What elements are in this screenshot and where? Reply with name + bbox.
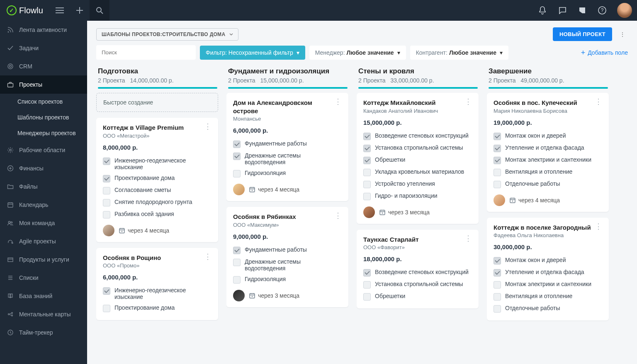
sidebar-sub-3-2[interactable]: Менеджеры проектов: [0, 125, 87, 141]
sidebar-item-4[interactable]: Рабочие области: [0, 141, 87, 159]
checkbox-icon[interactable]: [363, 281, 371, 289]
filter-chip-counterparty[interactable]: Контрагент: Любое значение ▾: [410, 46, 508, 60]
checkbox-icon[interactable]: [103, 187, 110, 194]
checkbox-icon[interactable]: [494, 145, 501, 152]
card-task[interactable]: Обрешетки: [363, 154, 472, 166]
card-task[interactable]: Разбивка осей здания: [103, 209, 212, 221]
project-card[interactable]: Дом на Александровском острове Монпансье…: [226, 93, 348, 201]
checkbox-icon[interactable]: [233, 141, 241, 148]
assignee-avatar[interactable]: [103, 225, 114, 236]
search-icon[interactable]: [90, 0, 109, 21]
checkbox-icon[interactable]: [233, 170, 241, 177]
card-task[interactable]: Инженерно-геодезическое изыскание: [103, 285, 212, 302]
sidebar-item-3[interactable]: Проекты: [0, 75, 87, 94]
checkbox-icon[interactable]: [233, 247, 241, 254]
checkbox-icon[interactable]: [363, 157, 371, 164]
breadcrumb-pill[interactable]: ШАБЛОНЫ ПРОЕКТОВ:СТРОИТЕЛЬСТВО ДОМА: [96, 28, 238, 41]
card-task[interactable]: Отделочные работы: [494, 303, 602, 315]
project-card[interactable]: Коттедж Михайловский Кандаков Анатолий И…: [357, 93, 479, 224]
card-task[interactable]: Монтаж окон и дверей: [494, 130, 602, 142]
notes-icon[interactable]: [572, 0, 592, 21]
card-task[interactable]: Гидро- и пароизоляции: [363, 190, 472, 202]
checkbox-icon[interactable]: [494, 269, 501, 277]
card-task[interactable]: Обрешетки: [363, 291, 472, 303]
sidebar-item-7[interactable]: Календарь: [0, 196, 87, 214]
due-date[interactable]: через 4 месяца: [509, 197, 560, 204]
card-task[interactable]: Монтаж электрики и сантехники: [494, 279, 602, 291]
card-task[interactable]: Вентиляция и отопление: [494, 166, 602, 178]
card-task[interactable]: Установка стропильной системы: [363, 142, 472, 154]
card-task[interactable]: Проектирование дома: [103, 302, 212, 314]
checkbox-icon[interactable]: [233, 276, 241, 284]
project-card[interactable]: Коттедж в поселке Загородный Фадеева Оль…: [487, 218, 609, 321]
checkbox-icon[interactable]: [494, 305, 501, 313]
card-more-icon[interactable]: ⋮: [204, 254, 212, 260]
checkbox-icon[interactable]: [103, 175, 110, 182]
sidebar-item-9[interactable]: Agile проекты: [0, 232, 87, 250]
card-task[interactable]: Фундаментные работы: [233, 138, 342, 150]
sidebar-sub-3-0[interactable]: Список проектов: [0, 94, 87, 109]
checkbox-icon[interactable]: [494, 169, 501, 176]
checkbox-icon[interactable]: [363, 181, 371, 188]
sidebar-item-0[interactable]: Лента активности: [0, 21, 87, 39]
card-task[interactable]: Возведение стеновых конструкций: [363, 130, 472, 142]
card-task[interactable]: Отделочные работы: [494, 178, 602, 190]
quick-create[interactable]: Быстрое создание: [96, 93, 218, 112]
sidebar-item-12[interactable]: База знаний: [0, 287, 87, 305]
chat-icon[interactable]: [552, 0, 572, 21]
card-task[interactable]: Укладка кровельных материалов: [363, 166, 472, 178]
card-task[interactable]: Гидроизоляция: [233, 274, 342, 286]
card-task[interactable]: Возведение стеновых конструкций: [363, 267, 472, 279]
card-more-icon[interactable]: ⋮: [204, 124, 212, 129]
sidebar-item-2[interactable]: CRM: [0, 57, 87, 75]
checkbox-icon[interactable]: [494, 293, 501, 301]
checkbox-icon[interactable]: [103, 305, 110, 312]
checkbox-icon[interactable]: [363, 145, 371, 152]
project-card[interactable]: Таунхас Старлайт ООО «Фаворит» ⋮ 18,000,…: [357, 230, 479, 309]
assignee-avatar[interactable]: [494, 194, 505, 206]
user-avatar[interactable]: [617, 3, 632, 18]
menu-toggle-icon[interactable]: [50, 0, 70, 21]
card-more-icon[interactable]: ⋮: [464, 99, 472, 104]
checkbox-icon[interactable]: [363, 269, 371, 277]
assignee-avatar[interactable]: [233, 290, 245, 301]
search-input[interactable]: [96, 45, 196, 60]
card-task[interactable]: Проектирование дома: [103, 172, 212, 184]
sidebar-item-13[interactable]: Ментальные карты: [0, 305, 87, 323]
due-date[interactable]: через 4 месяца: [119, 227, 169, 234]
bell-icon[interactable]: [532, 0, 552, 21]
card-task[interactable]: Утепление и отделка фасада: [494, 142, 602, 154]
project-card[interactable]: Особняк в Рощино ООО «Промо» ⋮ 6,000,000…: [96, 248, 218, 320]
card-more-icon[interactable]: ⋮: [595, 99, 602, 104]
filter-chip-manager[interactable]: Менеджер: Любое значение ▾: [309, 46, 406, 60]
new-project-button[interactable]: НОВЫЙ ПРОЕКТ: [553, 27, 612, 41]
checkbox-icon[interactable]: [103, 158, 110, 165]
due-date[interactable]: через 3 месяца: [249, 292, 299, 299]
card-task[interactable]: Установка стропильной системы: [363, 279, 472, 291]
card-task[interactable]: Дренажные системы водоотведения: [233, 150, 342, 167]
filter-chip-filter[interactable]: Фильтр: Несохраненный фильтр ▾: [200, 46, 305, 60]
card-more-icon[interactable]: ⋮: [464, 235, 472, 241]
sidebar-sub-3-1[interactable]: Шаблоны проектов: [0, 109, 87, 125]
sidebar-item-5[interactable]: Финансы: [0, 159, 87, 177]
card-task[interactable]: Согласование сметы: [103, 184, 212, 197]
card-task[interactable]: Гидроизоляция: [233, 167, 342, 180]
checkbox-icon[interactable]: [494, 157, 501, 164]
card-more-icon[interactable]: ⋮: [595, 223, 602, 229]
checkbox-icon[interactable]: [494, 181, 501, 188]
checkbox-icon[interactable]: [103, 199, 110, 206]
help-icon[interactable]: ?: [592, 0, 612, 21]
due-date[interactable]: через 4 месяца: [249, 186, 299, 193]
sidebar-item-10[interactable]: Продукты и услуги: [0, 250, 87, 269]
checkbox-icon[interactable]: [103, 211, 110, 218]
checkbox-icon[interactable]: [494, 133, 501, 140]
checkbox-icon[interactable]: [494, 257, 501, 265]
assignee-avatar[interactable]: [363, 206, 375, 218]
sidebar-item-6[interactable]: Файлы: [0, 177, 87, 196]
checkbox-icon[interactable]: [233, 259, 241, 266]
assignee-avatar[interactable]: [233, 184, 245, 195]
checkbox-icon[interactable]: [494, 281, 501, 289]
card-task[interactable]: Дренажные системы водоотведения: [233, 256, 342, 274]
toolbar-more-icon[interactable]: ⋮: [617, 29, 628, 40]
logo[interactable]: ✓ Flowlu: [0, 5, 50, 15]
